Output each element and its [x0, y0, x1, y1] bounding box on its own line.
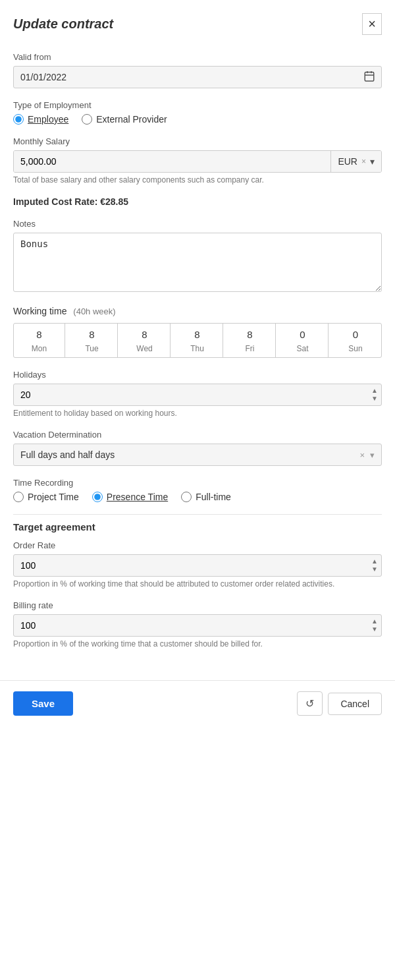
vacation-select-value: Full days and half days — [20, 449, 359, 460]
currency-clear-icon[interactable]: × — [361, 157, 366, 166]
employment-type-label: Type of Employment — [13, 100, 382, 110]
holidays-helper: Entitlement to holiday based on working … — [13, 409, 382, 418]
target-agreement-group: Target agreement Order Rate ▲ ▼ Proporti… — [13, 521, 382, 649]
working-time-text: Working time — [13, 306, 66, 316]
currency-value: EUR — [338, 156, 357, 167]
fulltime-radio[interactable] — [181, 492, 192, 502]
notes-label: Notes — [13, 219, 382, 229]
project-time-radio[interactable] — [13, 492, 24, 502]
working-time-label: Working time (40h week) — [13, 306, 382, 316]
wt-wed-day: Wed — [119, 343, 170, 357]
update-contract-modal: Update contract × Valid from Type o — [0, 0, 395, 726]
divider — [13, 514, 382, 515]
time-recording-radio-group: Project Time Presence Time Full-time — [13, 492, 382, 502]
working-time-group: Working time (40h week) 8 Mon 8 Tue 8 We… — [13, 306, 382, 358]
time-recording-label: Time Recording — [13, 478, 382, 488]
holidays-input-wrap: ▲ ▼ — [13, 384, 382, 406]
notes-group: Notes Bonus — [13, 219, 382, 294]
wt-tue: 8 Tue — [66, 324, 118, 357]
billing-rate-down[interactable]: ▼ — [371, 625, 378, 633]
employee-radio[interactable] — [13, 114, 24, 125]
vacation-select-controls: × ▾ — [359, 450, 375, 460]
billing-rate-helper: Proportion in % of the working time that… — [13, 639, 382, 649]
order-rate-down[interactable]: ▼ — [371, 565, 378, 573]
external-radio[interactable] — [82, 114, 92, 125]
presence-time-radio-label[interactable]: Presence Time — [92, 492, 168, 502]
wt-mon-day: Mon — [14, 343, 65, 357]
wt-fri-value: 8 — [224, 324, 275, 343]
wt-wed: 8 Wed — [119, 324, 171, 357]
modal-footer: Save ↺ Cancel — [0, 680, 395, 726]
holidays-input[interactable] — [13, 384, 382, 406]
order-rate-label: Order Rate — [13, 540, 382, 550]
close-button[interactable]: × — [362, 13, 382, 35]
wt-sat-value: 0 — [277, 324, 328, 343]
billing-rate-label: Billing rate — [13, 600, 382, 610]
wt-tue-value: 8 — [66, 324, 117, 343]
employment-type-radio-group: Employee External Provider — [13, 114, 382, 125]
presence-time-radio[interactable] — [92, 492, 103, 502]
holidays-group: Holidays ▲ ▼ Entitlement to holiday base… — [13, 370, 382, 418]
imputed-cost-label: Imputed Cost Rate: €28.85 — [13, 196, 382, 207]
save-button[interactable]: Save — [13, 691, 73, 716]
project-time-radio-label[interactable]: Project Time — [13, 492, 79, 502]
wt-thu-day: Thu — [172, 343, 223, 357]
wt-tue-day: Tue — [66, 343, 117, 357]
vacation-select[interactable]: Full days and half days × ▾ — [13, 444, 382, 466]
holidays-label: Holidays — [13, 370, 382, 380]
external-radio-text: External Provider — [96, 114, 167, 125]
order-rate-helper: Proportion in % of working time that sho… — [13, 579, 382, 589]
employee-radio-text: Employee — [28, 114, 68, 125]
order-rate-group: Order Rate ▲ ▼ Proportion in % of workin… — [13, 540, 382, 589]
wt-mon-value: 8 — [14, 324, 65, 343]
order-rate-input[interactable] — [13, 554, 382, 577]
vacation-dropdown-icon[interactable]: ▾ — [370, 450, 375, 460]
wt-fri: 8 Fri — [224, 324, 276, 357]
order-rate-input-wrap: ▲ ▼ — [13, 554, 382, 577]
vacation-clear-icon[interactable]: × — [359, 450, 365, 460]
imputed-cost-group: Imputed Cost Rate: €28.85 — [13, 196, 382, 207]
currency-selector[interactable]: EUR × ▾ — [330, 151, 381, 172]
fulltime-radio-label[interactable]: Full-time — [181, 492, 231, 502]
svg-rect-0 — [365, 72, 374, 82]
salary-row: EUR × ▾ — [13, 150, 382, 173]
valid-from-input-wrap — [13, 66, 382, 88]
spinner-arrows[interactable]: ▲ ▼ — [371, 387, 378, 403]
valid-from-label: Valid from — [13, 52, 382, 62]
external-radio-label[interactable]: External Provider — [82, 114, 167, 125]
modal-title: Update contract — [13, 16, 113, 32]
salary-helper: Total of base salary and other salary co… — [13, 175, 382, 185]
billing-rate-input-wrap: ▲ ▼ — [13, 614, 382, 637]
wt-sun-day: Sun — [330, 343, 381, 357]
wt-fri-day: Fri — [224, 343, 275, 357]
wt-thu: 8 Thu — [172, 324, 223, 357]
wt-sun: 0 Sun — [330, 324, 381, 357]
valid-from-group: Valid from — [13, 52, 382, 88]
currency-dropdown-icon[interactable]: ▾ — [370, 156, 375, 167]
wt-sat-day: Sat — [277, 343, 328, 357]
project-time-text: Project Time — [28, 492, 79, 502]
monthly-salary-label: Monthly Salary — [13, 136, 382, 146]
reset-button[interactable]: ↺ — [297, 691, 323, 716]
order-rate-up[interactable]: ▲ — [371, 558, 378, 565]
cancel-button[interactable]: Cancel — [328, 693, 382, 715]
monthly-salary-group: Monthly Salary EUR × ▾ Total of base sal… — [13, 136, 382, 185]
calendar-icon[interactable] — [363, 71, 375, 84]
billing-rate-input[interactable] — [13, 614, 382, 637]
order-rate-spinner[interactable]: ▲ ▼ — [371, 558, 378, 573]
billing-rate-up[interactable]: ▲ — [371, 618, 378, 625]
salary-input[interactable] — [14, 151, 330, 172]
modal-header: Update contract × — [0, 0, 395, 42]
employee-radio-label[interactable]: Employee — [13, 114, 68, 125]
valid-from-input[interactable] — [13, 66, 382, 88]
billing-rate-spinner[interactable]: ▲ ▼ — [371, 618, 378, 633]
fulltime-text: Full-time — [196, 492, 231, 502]
presence-time-text: Presence Time — [107, 492, 168, 502]
working-time-grid: 8 Mon 8 Tue 8 Wed 8 Thu 8 Fri — [13, 323, 382, 358]
spinner-down[interactable]: ▼ — [371, 395, 378, 403]
wt-mon: 8 Mon — [14, 324, 65, 357]
notes-textarea[interactable]: Bonus — [13, 233, 382, 292]
spinner-up[interactable]: ▲ — [371, 387, 378, 395]
modal-body: Valid from Type of Employment — [0, 42, 395, 674]
wt-thu-value: 8 — [172, 324, 223, 343]
